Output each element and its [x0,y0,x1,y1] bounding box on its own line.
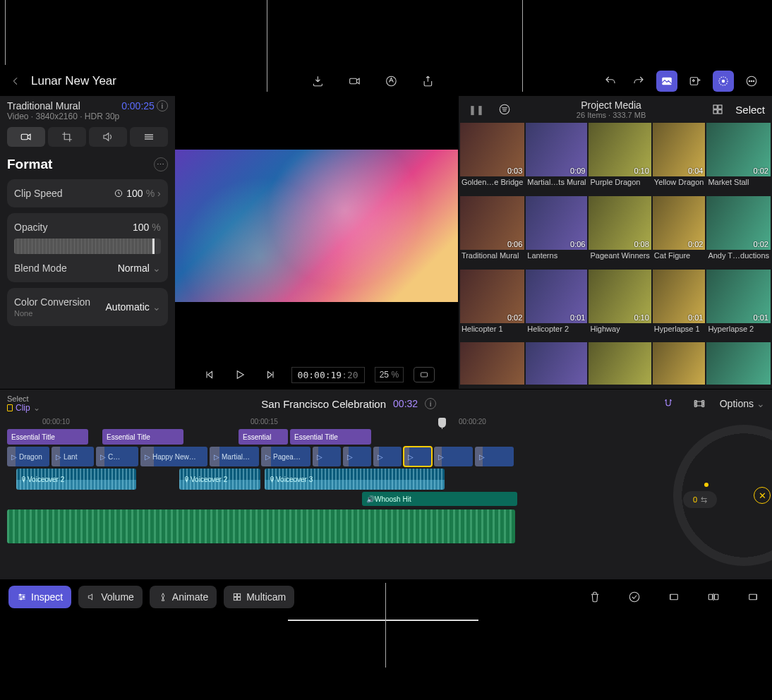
import-menu-button[interactable] [307,71,328,92]
video-clip[interactable]: ▷Pagea… [261,447,310,466]
media-thumbnail[interactable]: 0:01Hyperlapse 1 [653,270,706,342]
timeline-ruler[interactable]: 00:00:10 00:00:15 00:00:20 [0,418,772,429]
viewer-canvas[interactable] [175,150,458,302]
media-thumbnail[interactable]: 0:06Traditional Mural [460,196,524,268]
split-button[interactable] [703,586,724,608]
animate-button[interactable]: Animate [150,586,217,608]
browser-toggle[interactable] [656,71,677,92]
video-clip[interactable]: ▷ [434,447,473,466]
video-clip[interactable]: ▷ [404,447,432,466]
multicam-button[interactable]: Multicam [224,586,294,608]
filmstrip-scrub-button[interactable]: ❚❚ [466,99,487,120]
media-thumbnail[interactable]: 0:02Andy T…ductions [706,196,771,268]
trim-end-button[interactable] [742,586,764,608]
play-button[interactable] [229,364,251,385]
media-thumbnail[interactable] [653,342,706,389]
timeline-options-button[interactable]: Options ⌄ [720,398,765,409]
clip-speed-row[interactable]: Clip Speed 100 % › [14,185,161,202]
voiceover-clip[interactable]: 🎙 Voiceover 2 [16,469,136,490]
jog-close-button[interactable]: ✕ [754,487,771,504]
viewer-timecode[interactable]: 00:00:19:20 [291,367,365,383]
video-clip[interactable]: ▷ [475,447,514,466]
voiceover-button[interactable] [380,71,402,92]
svg-rect-30 [708,594,712,600]
media-thumbnail[interactable]: 0:10Highway [589,270,651,342]
playhead[interactable] [442,418,442,429]
title-clip[interactable]: Essential [239,429,288,445]
video-clip[interactable]: ▷ [343,447,371,466]
svg-rect-15 [718,105,722,109]
music-clip[interactable] [7,509,515,543]
back-button[interactable] [10,76,21,87]
inspect-button[interactable]: Inspect [8,586,71,608]
svg-rect-31 [715,594,718,600]
selected-clip-meta: Video · 3840x2160 · HDR 30p [7,111,119,121]
svg-point-23 [20,598,22,600]
clip-info-button[interactable]: i [157,100,168,111]
undo-button[interactable] [600,71,621,92]
voiceover-clip[interactable]: 🎙 Voiceover 2 [179,469,260,490]
bottom-toolbar: Inspect Volume Animate Multicam [0,579,772,615]
blend-mode-picker[interactable]: Normal ⌄ [118,262,161,274]
svg-rect-0 [350,78,357,84]
video-clip[interactable]: ▷Martial… [210,447,259,466]
media-thumbnail[interactable]: 0:01Hyperlapse 2 [706,270,771,342]
inspector-section-more[interactable]: ⋯ [154,157,168,171]
video-clip[interactable]: ▷Lant [52,447,94,466]
media-thumbnail[interactable]: 0:04Yellow Dragon [653,123,706,195]
color-conversion-picker[interactable]: Color Conversion None Automatic ⌄ [14,294,161,320]
video-clip[interactable]: ▷ [373,447,402,466]
media-thumbnail[interactable]: 0:08Pageant Winners [589,196,651,268]
prev-frame-button[interactable] [198,364,219,385]
jog-wheel-toggle[interactable] [713,71,734,92]
edit-mode-picker[interactable]: Clip ⌄ [7,403,40,413]
opacity-slider[interactable] [14,239,161,254]
media-thumbnail[interactable]: 0:06Lanterns [526,196,587,268]
svg-rect-24 [234,593,237,596]
browser-layout-button[interactable] [707,99,728,120]
secondary-storyline-button[interactable] [689,393,710,414]
media-thumbnail[interactable]: 0:02Market Stall [706,123,771,195]
magnetic-toggle[interactable] [658,393,679,414]
media-thumbnail[interactable]: 0:02Helicopter 1 [460,270,524,342]
timeline-info-button[interactable]: i [425,398,436,409]
video-clip[interactable]: ▷ [313,447,341,466]
video-clip[interactable]: ▷Happy New… [140,447,207,466]
more-menu-button[interactable] [741,71,762,92]
media-thumbnail[interactable] [706,342,771,389]
video-clip[interactable]: ▷C… [96,447,138,466]
viewer-zoom[interactable]: 25 % [375,367,404,382]
next-frame-button[interactable] [260,364,282,385]
inspector-tab-audio[interactable] [89,127,127,147]
media-thumbnail[interactable] [526,342,587,389]
camera-button[interactable] [344,71,365,92]
trim-start-button[interactable] [663,586,684,608]
inspector-tab-effects[interactable] [130,127,168,147]
volume-button[interactable]: Volume [78,586,143,608]
video-clip[interactable]: ▷Dragon [7,447,49,466]
svg-point-9 [753,80,754,82]
voiceover-clip[interactable]: 🎙 Voiceover 3 [265,469,445,490]
browser-select-button[interactable]: Select [735,104,765,116]
media-thumbnail[interactable]: 0:03Golden…e Bridge [460,123,524,195]
title-clip[interactable]: Essential Title [102,429,183,445]
viewer-options-button[interactable] [414,367,435,382]
filter-button[interactable] [494,99,515,120]
media-thumbnail[interactable]: 0:09Martial…ts Mural [526,123,587,195]
inspector-tab-video[interactable] [7,127,45,147]
share-button[interactable] [417,71,438,92]
enable-disable-button[interactable] [624,586,645,608]
updown-icon: ⌄ [152,301,161,313]
sfx-clip[interactable]: 🔊 Whoosh Hit [362,492,517,506]
inspector-tab-crop[interactable] [48,127,86,147]
media-thumbnail[interactable] [589,342,651,389]
redo-button[interactable] [628,71,649,92]
delete-button[interactable] [584,586,605,608]
media-thumbnail[interactable] [460,342,524,389]
title-clip[interactable]: Essential Title [290,429,371,445]
title-clip[interactable]: Essential Title [7,429,88,445]
media-thumbnail[interactable]: 0:10Purple Dragon [589,123,651,195]
content-library-toggle[interactable] [684,71,706,92]
media-thumbnail[interactable]: 0:02Cat Figure [653,196,706,268]
media-thumbnail[interactable]: 0:01Helicopter 2 [526,270,587,342]
